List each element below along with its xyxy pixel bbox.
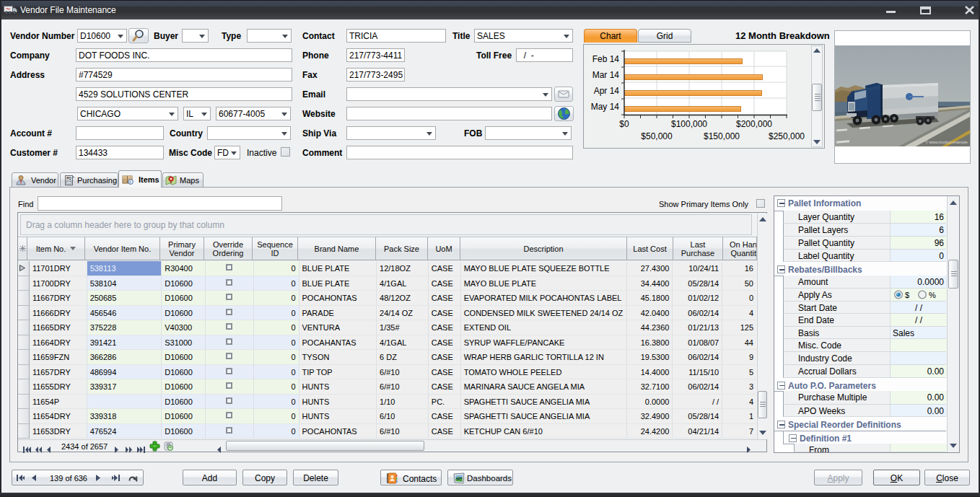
- svg-text:$250,000: $250,000: [769, 131, 805, 141]
- svg-text:$100,000: $100,000: [671, 119, 707, 129]
- svg-text:May 14: May 14: [591, 102, 620, 112]
- svg-text:$50,000: $50,000: [641, 131, 673, 141]
- svg-text:$150,000: $150,000: [704, 131, 740, 141]
- svg-text:$0: $0: [619, 119, 629, 129]
- svg-text:Mar 14: Mar 14: [592, 70, 620, 80]
- svg-text:Feb 14: Feb 14: [592, 54, 620, 64]
- svg-text:© www.truckco.example: © www.truckco.example: [925, 140, 968, 144]
- svg-text:$: $: [905, 291, 909, 299]
- svg-text:Apr 14: Apr 14: [594, 86, 620, 96]
- svg-text:$200,000: $200,000: [736, 119, 772, 129]
- svg-text:PO: PO: [66, 176, 71, 180]
- svg-text:%: %: [929, 291, 936, 299]
